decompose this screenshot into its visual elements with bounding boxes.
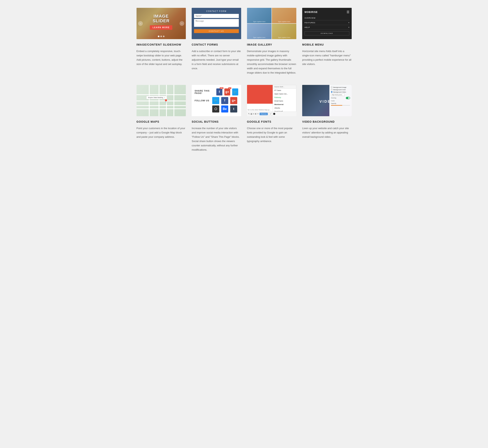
fonts-color-bg — [247, 85, 277, 104]
slider-dot-2[interactable] — [160, 36, 162, 37]
fonts-dropdown[interactable]: Source Serif... PT Sans Open Sans Cot...… — [273, 85, 296, 113]
features-row-2: Empire State Building 📍 GOOGLE MAPS Poin… — [136, 85, 352, 152]
slider-dots — [158, 36, 165, 37]
gallery-caption-4: Type caption here — [272, 37, 296, 38]
font-color-picker[interactable] — [273, 113, 275, 115]
mm-download-btn[interactable]: DOWNLOAD — [304, 31, 349, 35]
slider-preview: IMAGE SLIDER LEARN MORE ‹ › — [136, 8, 186, 39]
toolbar-icon-1: ✎ — [248, 113, 250, 115]
card-desc-maps: Point your customers in the location of … — [136, 126, 186, 139]
video-overlay-toggle[interactable] — [346, 97, 350, 99]
gallery-cell-4[interactable]: Type caption here — [272, 24, 296, 39]
card-social-buttons: SHARE THIS PAGE! f 192 g+ 47 🐦 — [192, 85, 241, 152]
slider-dot-1[interactable] — [158, 36, 160, 37]
map-pin-icon: 📍 — [163, 99, 168, 104]
card-desc-gallery: Demonstrate your images in masonry mobil… — [247, 49, 296, 75]
font-item-montserrat[interactable]: Montserrat — [273, 103, 296, 106]
social-google-follow-btn[interactable]: g+ — [230, 97, 237, 104]
card-desc-social: Increase the number of your site visitor… — [192, 126, 241, 152]
contact-name-input[interactable] — [194, 14, 239, 18]
video-opacity-row: Opacity — [331, 103, 350, 104]
maps-preview: Empire State Building 📍 — [136, 85, 186, 116]
social-share-row: SHARE THIS PAGE! f 192 g+ 47 🐦 — [195, 88, 238, 96]
card-google-fonts: ite in a few clicks! Mobirise helps you … — [247, 85, 296, 152]
mm-label-help: HELP — [304, 26, 310, 28]
card-title-maps: GOOGLE MAPS — [136, 120, 186, 123]
video-color-row: Color — [331, 100, 350, 102]
slider-next-arrow[interactable]: › — [180, 21, 184, 26]
video-youtube-input[interactable]: http://www.youtube.com/watd — [331, 94, 345, 96]
gallery-cell-1[interactable]: Type caption here — [247, 8, 272, 23]
font-item-raleway[interactable]: Raleway — [273, 96, 296, 99]
social-github-btn[interactable]: ⬡ — [212, 105, 219, 112]
card-title-contact: CONTACT FORMS — [192, 43, 241, 46]
card-title-gallery: IMAGE GALLERY — [247, 43, 296, 46]
fonts-dropdown-header: Source Serif... — [273, 85, 296, 89]
video-overlay-label: Overlay — [331, 97, 336, 99]
slider-prev-arrow[interactable]: ‹ — [138, 21, 143, 26]
slider-dot-3[interactable] — [163, 36, 165, 37]
facebook-icon: f — [219, 90, 220, 94]
video-opacity-slider[interactable] — [331, 105, 350, 106]
selected-font-badge[interactable]: Raleway — [260, 113, 268, 115]
font-size-badge[interactable]: 17 — [269, 112, 272, 115]
contact-message-input[interactable] — [194, 19, 239, 27]
mm-item-help[interactable]: HELP ▾ — [304, 25, 349, 30]
card-desc-fonts: Choose one or more of the most popular f… — [247, 126, 296, 144]
map-label: Empire State Building — [146, 96, 167, 99]
video-overlay-row: Overlay — [331, 97, 350, 99]
radio-bg-color[interactable] — [331, 89, 333, 90]
mm-label-overview: OVERVIEW — [304, 17, 315, 19]
mm-arrow-features: ▾ — [348, 22, 349, 24]
mm-item-features[interactable]: FEATURES ▾ — [304, 20, 349, 25]
social-preview: SHARE THIS PAGE! f 192 g+ 47 🐦 — [192, 85, 241, 116]
video-option-bg-color[interactable]: Background Color — [331, 89, 350, 91]
card-title-video: VIDEO BACKGROUND — [302, 120, 352, 123]
gallery-cell-3[interactable]: Type caption here — [247, 24, 272, 39]
radio-bg-image[interactable] — [331, 87, 333, 88]
video-option-label-bg-video: Background Video — [333, 91, 346, 93]
social-twitter-follow-btn[interactable]: 🐦 — [212, 97, 219, 104]
card-image-slideshow: IMAGE SLIDER LEARN MORE ‹ › IMAGE/CONTEN… — [136, 8, 186, 75]
card-title-fonts: GOOGLE FONTS — [247, 120, 296, 123]
card-google-maps: Empire State Building 📍 GOOGLE MAPS Poin… — [136, 85, 186, 152]
fonts-toolbar: ✎ ▤ ≡ ⊞ ✂ Raleway 17 — [247, 112, 296, 116]
gallery-caption-1: Type caption here — [247, 21, 272, 23]
contact-submit-btn[interactable]: CONTACT US — [194, 29, 239, 33]
font-item-ubuntu[interactable]: Ubuntu — [273, 106, 296, 110]
mm-item-overview[interactable]: OVERVIEW — [304, 16, 349, 20]
slider-title: IMAGE SLIDER — [149, 14, 174, 23]
video-options-panel: Background Image Background Color Backgr… — [329, 85, 352, 116]
gallery-cell-2[interactable]: Type caption here — [272, 8, 296, 23]
gallery-caption-2: Type caption here — [272, 21, 296, 23]
behance-icon: Be — [223, 107, 227, 111]
card-title-mobilemenu: MOBILE MENU — [302, 43, 352, 46]
google-follow-icon: g+ — [232, 99, 235, 102]
font-item-open-sans[interactable]: Open Sans Cot... — [273, 92, 296, 96]
video-option-bg-video[interactable]: Background Video — [331, 91, 350, 93]
card-contact-forms: CONTACT FORM CONTACT US CONTACT FORMS Ad… — [192, 8, 241, 75]
social-google-share-btn[interactable]: g+ 47 — [224, 88, 230, 96]
fonts-sample-text: ite in a few clicks! Mobirise helps you … — [247, 108, 272, 111]
slider-learn-more-btn[interactable]: LEARN MORE — [150, 25, 172, 30]
radio-bg-video[interactable] — [331, 91, 333, 93]
social-follow-label: FOLLOW US — [195, 99, 210, 102]
font-item-pt-sans[interactable]: PT Sans — [273, 89, 296, 92]
toolbar-icon-5: ✂ — [257, 113, 259, 115]
social-twitter-share-btn[interactable]: 🐦 — [232, 88, 238, 96]
social-facebook-share-btn[interactable]: f 192 — [216, 88, 222, 96]
video-option-label-bg-image: Background Image — [333, 87, 346, 88]
social-behance-btn[interactable]: Be — [221, 105, 228, 112]
font-item-droid-sans[interactable]: Droid Sans — [273, 99, 296, 103]
social-facebook-follow-btn[interactable]: f — [221, 97, 228, 104]
video-color-label: Color — [331, 100, 335, 102]
mm-hamburger-icon[interactable]: ☰ — [347, 10, 349, 14]
toolbar-icon-4: ⊞ — [255, 113, 256, 115]
video-option-bg-image[interactable]: Background Image — [331, 87, 350, 88]
toolbar-icon-2: ▤ — [251, 113, 252, 115]
page-wrapper: IMAGE SLIDER LEARN MORE ‹ › IMAGE/CONTEN… — [133, 0, 356, 170]
mobile-menu-preview: MOBIRISE ☰ OVERVIEW FEATURES ▾ HELP ▾ DO… — [302, 8, 352, 39]
card-mobile-menu: MOBIRISE ☰ OVERVIEW FEATURES ▾ HELP ▾ DO… — [302, 8, 352, 75]
social-tumblr-btn[interactable]: t — [230, 105, 237, 112]
card-title-slideshow: IMAGE/CONTENT SLIDESHOW — [136, 43, 186, 46]
